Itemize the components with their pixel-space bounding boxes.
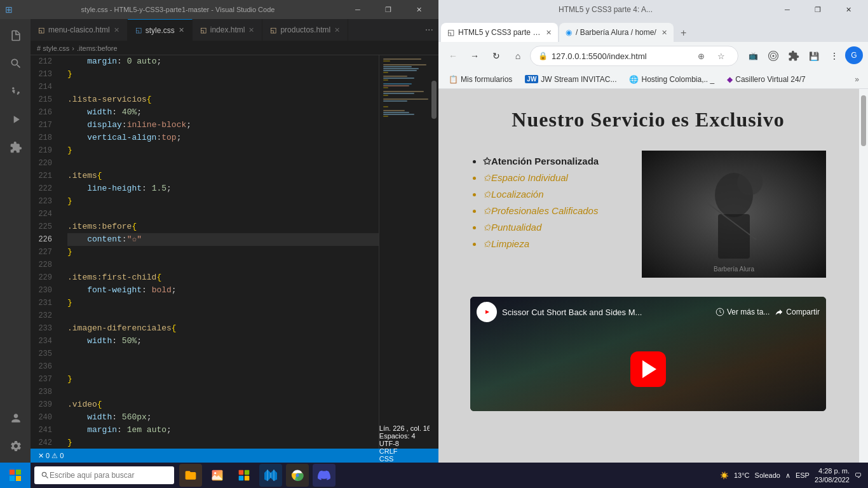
bookmark-mis-formularios[interactable]: 📋 Mis formularios [444,73,517,86]
code-line-223: } [67,195,379,208]
code-line-218: vertical-align:top; [67,132,379,144]
breadcrumb-symbol[interactable]: .items:before [77,44,118,52]
code-editor[interactable]: 212 213 214 215 216 217 218 219 220 221 … [31,55,438,449]
code-line-222: line-height: 1.5; [67,182,379,195]
browser-tab-close-vscode[interactable]: ✕ [545,27,553,38]
status-encoding[interactable]: UTF-8 [377,440,433,447]
video-container[interactable]: Scissor Cut Short Back and Sides M... Ve… [470,297,826,411]
maximize-button[interactable]: ❐ [374,0,403,19]
taskbar-vscode[interactable] [259,464,282,487]
code-line-228 [67,259,379,271]
tab-style-css[interactable]: ◱ style.css ✕ [128,19,193,41]
toolbar-btn-1[interactable]: 📺 [743,46,763,65]
tab-close-productos-button[interactable]: ✕ [334,26,340,34]
explorer-icon[interactable] [4,24,27,47]
status-eol[interactable]: CRLF [377,447,433,455]
line-num-238: 238 [33,386,52,398]
taskbar-weather: ☀️ [720,471,729,480]
new-tab-button[interactable]: + [675,24,693,42]
home-button[interactable]: ⌂ [508,46,527,65]
tab-close-button[interactable]: ✕ [114,26,119,34]
star-icon[interactable]: ☆ [712,47,730,65]
taskbar-search-box[interactable] [34,466,174,484]
forward-button[interactable]: → [465,46,484,65]
taskbar-discord[interactable] [313,464,336,487]
minimize-button[interactable]: ─ [343,0,372,19]
taskbar-chevron-up[interactable]: ∧ [785,471,790,480]
extensions-toolbar-btn[interactable] [784,46,803,65]
bookmark-hosting-colombia[interactable]: 🌐 Hosting Colombia,.. _ [624,73,719,86]
page-inner-content: Nuestro Servicio es Exclusivo ✩Atención … [438,89,858,430]
toolbar-btn-2[interactable] [764,46,783,65]
close-button[interactable]: ✕ [404,0,433,19]
source-control-icon[interactable] [4,80,27,103]
editor-scrollbar[interactable] [430,55,438,449]
taskbar-store[interactable] [233,464,255,487]
browser-scrollbar-thumb[interactable] [861,95,866,146]
status-spaces-count: 4 [412,432,416,440]
browser-scrollbar[interactable] [859,89,868,463]
tab-index-html[interactable]: ◱ index.html ✕ [193,19,263,41]
tab-label: menu-clasico.html [48,25,110,34]
bookmark-favicon-4: ◆ [727,75,733,84]
settings-toolbar-btn[interactable]: ⋮ [825,46,844,65]
video-play-area[interactable] [470,327,826,411]
browser-page-content[interactable]: Nuestro Servicio es Exclusivo ✩Atención … [438,89,868,463]
tab-icon-css: ◱ [135,26,142,34]
tab-menu-clasico[interactable]: ◱ menu-clasico.html ✕ [31,19,128,41]
address-box[interactable]: 🔒 127.0.0.1:5500/index.html ⊕ ☆ [530,46,738,66]
taskbar-clock[interactable]: 4:28 p. m. 23/08/2022 [815,466,850,485]
watch-more-label: Ver más ta... [727,308,770,316]
editor-scrollbar-thumb[interactable] [431,81,437,119]
extensions-icon[interactable] [4,136,27,159]
settings-icon[interactable] [4,435,27,458]
start-button[interactable] [0,463,31,488]
bookmark-label-2: JW Stream INVITAC... [541,75,616,84]
status-line-col[interactable]: Lín. 226 , col. 16 [377,424,433,432]
browser-minimize-button[interactable]: ─ [773,0,802,19]
tab-more-button[interactable]: ··· [420,19,438,41]
bookmark-favicon-1: 📋 [449,75,458,84]
cast-icon[interactable]: ⊕ [692,47,710,65]
bookmarks-more-button[interactable]: » [851,73,863,86]
browser-tab-vscode[interactable]: ◱ HTML5 y CSS3 parte 4: A... ✕ [441,23,558,42]
address-url[interactable]: 127.0.0.1:5500/index.html [552,51,683,61]
tab-close-index-button[interactable]: ✕ [248,26,254,34]
status-language[interactable]: CSS [377,455,433,463]
search-icon[interactable] [4,52,27,75]
code-line-225: .items:before{ [67,220,379,233]
tab-close-active-button[interactable]: ✕ [179,26,184,34]
svg-rect-17 [239,470,244,475]
browser-tab-barberia[interactable]: ◉ / Barbería Alura / home/ ✕ [559,23,674,42]
line-num-228: 228 [33,259,52,271]
taskbar-lang[interactable]: ESP [796,471,810,479]
taskbar-file-explorer[interactable] [179,464,202,487]
status-spaces[interactable]: Espacios: 4 [377,432,433,440]
bookmark-casillero-virtual[interactable]: ◆ Casillero Virtual 24/7 [722,73,811,86]
service-item-5: ✩Puntualidad [483,222,623,233]
status-errors[interactable]: ✕ 0 ⚠ 0 [36,452,66,460]
tab-productos-html[interactable]: ◱ productos.html ✕ [262,19,348,41]
run-icon[interactable] [4,108,27,131]
refresh-button[interactable]: ↻ [487,46,506,65]
col-label: , col. [407,424,421,432]
video-watch-more-button[interactable]: Ver más ta... [715,308,770,316]
taskbar-chrome[interactable] [286,464,309,487]
svg-rect-18 [245,470,250,475]
save-toolbar-btn[interactable]: 💾 [804,46,824,65]
taskbar-notification-icon[interactable]: 🗨 [855,471,862,479]
bookmark-jw-stream[interactable]: JW JW Stream INVITAC... [520,73,621,86]
taskbar-photos-app[interactable] [206,464,229,487]
back-button[interactable]: ← [444,46,463,65]
profile-button[interactable]: G [845,46,863,64]
browser-close-button[interactable]: ✕ [834,0,863,19]
browser-tab-close-barberia[interactable]: ✕ [660,27,668,38]
code-line-233: .imagen-diferenciales{ [67,322,379,335]
breadcrumb-file[interactable]: # style.css [37,44,69,52]
play-button[interactable] [630,351,666,387]
account-icon[interactable] [4,407,27,430]
video-share-button[interactable]: Compartir [775,308,820,316]
code-content[interactable]: margin: 0 auto; } .lista-servicios{ widt… [57,55,379,449]
taskbar-search-input[interactable] [50,471,168,480]
browser-maximize-button[interactable]: ❐ [803,0,832,19]
